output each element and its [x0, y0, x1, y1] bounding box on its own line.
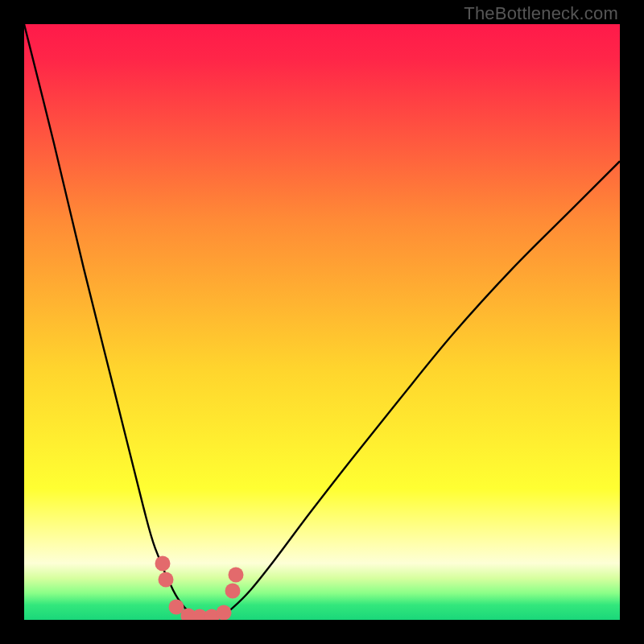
highlight-dot	[229, 567, 244, 582]
highlight-dot	[155, 555, 170, 571]
highlight-dot	[225, 584, 241, 599]
highlight-dot	[159, 572, 174, 587]
watermark-text: TheBottleneck.com	[464, 3, 618, 24]
plot-frame	[24, 24, 620, 620]
highlight-dot	[216, 605, 231, 620]
bottleneck-curve	[24, 24, 620, 620]
